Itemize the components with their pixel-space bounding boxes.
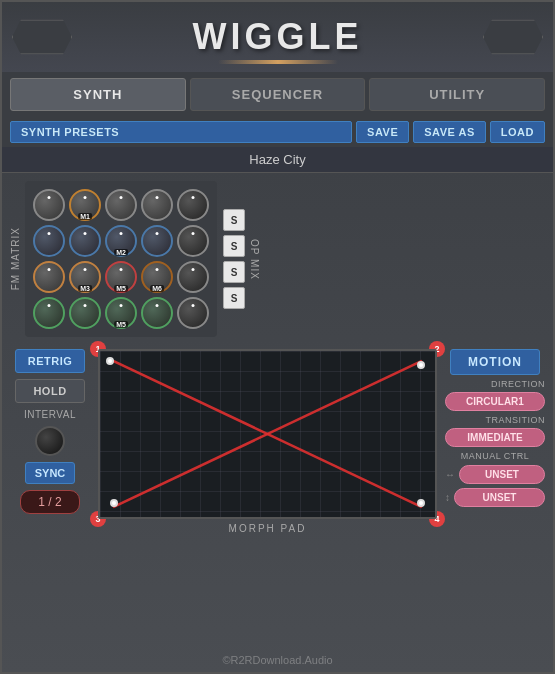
fm-mix-r2[interactable] (177, 225, 209, 257)
morph-pad-wrapper: 1 2 3 4 (98, 349, 437, 519)
left-controls: RETRIG HOLD INTERVAL SYNC 1 / 2 (10, 349, 90, 534)
op-mix-label: OP MIX (249, 239, 260, 280)
fm-knob-r2c2[interactable] (69, 225, 101, 257)
direction-value[interactable]: CIRCULAR1 (445, 392, 545, 411)
transition-label: TRANSITION (445, 415, 545, 425)
bottom-section: RETRIG HOLD INTERVAL SYNC 1 / 2 1 2 3 4 (2, 345, 553, 542)
tab-utility[interactable]: UTILITY (369, 78, 545, 111)
morph-dot-tl[interactable] (106, 357, 114, 365)
vertical-unset-row: ↕ UNSET (445, 488, 545, 507)
fm-mix-r4[interactable] (177, 297, 209, 329)
direction-section: DIRECTION CIRCULAR1 (445, 379, 545, 411)
morph-pad-container: 1 2 3 4 MORPH PAD (98, 349, 437, 534)
fm-knob-r1c1[interactable] (33, 189, 65, 221)
fm-matrix-area: FM MATRIX M1 (10, 181, 260, 337)
preset-name[interactable]: Haze City (2, 147, 553, 173)
interval-label: INTERVAL (24, 409, 76, 420)
fm-knob-r2c4[interactable] (141, 225, 173, 257)
s-button-3[interactable]: S (223, 261, 245, 283)
sync-button[interactable]: SYNC (25, 462, 75, 484)
hex-decoration-right (483, 20, 543, 55)
plugin-container: WIGGLE SYNTH SEQUENCER UTILITY SYNTH PRE… (0, 0, 555, 674)
hex-decoration-left (12, 20, 72, 55)
morph-pad[interactable] (98, 349, 437, 519)
vertical-unset-button[interactable]: UNSET (454, 488, 545, 507)
tab-synth[interactable]: SYNTH (10, 78, 186, 111)
watermark: ©R2RDownload.Audio (222, 654, 332, 666)
morph-dot-tr[interactable] (417, 361, 425, 369)
fm-knob-r3c1[interactable] (33, 261, 65, 293)
fm-knob-r1c3[interactable] (105, 189, 137, 221)
fm-matrix-grid: M1 M2 (25, 181, 217, 337)
hold-button[interactable]: HOLD (15, 379, 85, 403)
fm-knob-r1c4[interactable] (141, 189, 173, 221)
motion-button[interactable]: MOTION (450, 349, 540, 375)
horizontal-unset-row: ↔ UNSET (445, 465, 545, 484)
save-as-button[interactable]: SAVE AS (413, 121, 486, 143)
transition-section: TRANSITION IMMEDIATE (445, 415, 545, 447)
fm-knob-r4c4[interactable] (141, 297, 173, 329)
fm-knob-r4c1[interactable] (33, 297, 65, 329)
fm-knob-r2c1[interactable] (33, 225, 65, 257)
load-button[interactable]: LOAD (490, 121, 545, 143)
fm-knob-r3c2[interactable]: M3 (69, 261, 101, 293)
s-buttons-group: S S S S (223, 209, 245, 309)
fm-mix-r3[interactable] (177, 261, 209, 293)
ratio-display[interactable]: 1 / 2 (20, 490, 80, 514)
right-controls: MOTION DIRECTION CIRCULAR1 TRANSITION IM… (445, 349, 545, 534)
main-content: FM MATRIX M1 (2, 173, 553, 345)
morph-dot-br[interactable] (417, 499, 425, 507)
s-button-4[interactable]: S (223, 287, 245, 309)
tab-bar: SYNTH SEQUENCER UTILITY (2, 72, 553, 117)
fm-knob-r1c2[interactable]: M1 (69, 189, 101, 221)
manual-ctrl-label: MANUAL CTRL (445, 451, 545, 461)
header-accent-bar (218, 60, 338, 64)
transition-value[interactable]: IMMEDIATE (445, 428, 545, 447)
vertical-arrow-icon: ↕ (445, 492, 450, 503)
fm-knob-r4c2[interactable] (69, 297, 101, 329)
fm-matrix-label: FM MATRIX (10, 227, 21, 290)
fm-mix-r1[interactable] (177, 189, 209, 221)
morph-lines (100, 351, 435, 517)
retrig-button[interactable]: RETRIG (15, 349, 85, 373)
direction-label: DIRECTION (445, 379, 545, 389)
fm-knob-r3c3[interactable]: M5 (105, 261, 137, 293)
horizontal-unset-button[interactable]: UNSET (459, 465, 545, 484)
plugin-title: WIGGLE (193, 16, 363, 58)
save-button[interactable]: SAVE (356, 121, 409, 143)
interval-knob[interactable] (35, 426, 65, 456)
morph-pad-label: MORPH PAD (229, 523, 307, 534)
synth-presets-button[interactable]: SYNTH PRESETS (10, 121, 352, 143)
fm-knob-r4c3[interactable]: M5 (105, 297, 137, 329)
tab-sequencer[interactable]: SEQUENCER (190, 78, 366, 111)
morph-dot-bl[interactable] (110, 499, 118, 507)
preset-bar: SYNTH PRESETS SAVE SAVE AS LOAD (2, 117, 553, 147)
s-button-2[interactable]: S (223, 235, 245, 257)
horizontal-arrow-icon: ↔ (445, 469, 455, 480)
fm-knob-r2c3[interactable]: M2 (105, 225, 137, 257)
fm-knob-r3c4[interactable]: M6 (141, 261, 173, 293)
s-button-1[interactable]: S (223, 209, 245, 231)
header: WIGGLE (2, 2, 553, 72)
